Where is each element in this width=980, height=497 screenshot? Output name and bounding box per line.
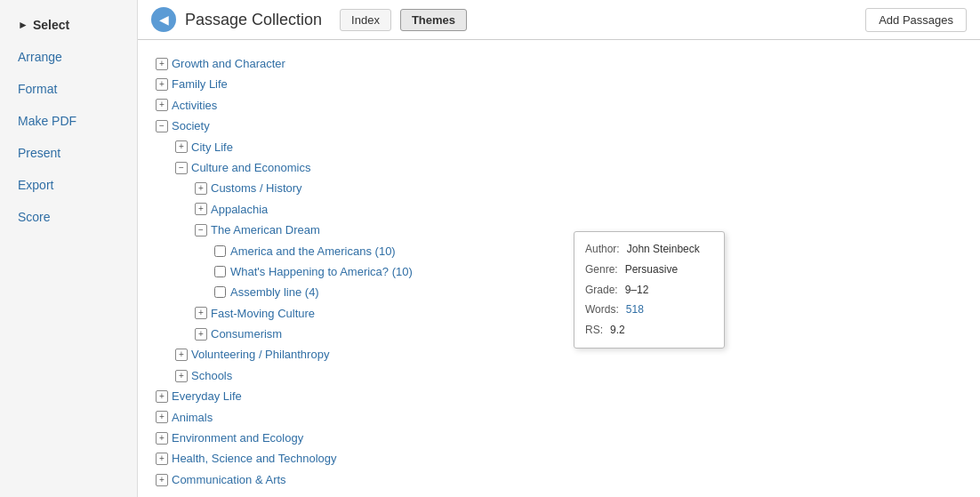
- tree-node-family: + Family Life: [156, 74, 962, 94]
- checkbox-label-whats-happening[interactable]: What's Happening to America? (10): [230, 261, 413, 282]
- tree-node-activities: + Activities: [156, 95, 962, 116]
- node-label-american-dream: The American Dream: [211, 220, 320, 240]
- sidebar-item-export[interactable]: Export: [0, 169, 137, 201]
- tooltip-genre-label: Genre:: [585, 260, 618, 280]
- expand-icon-environment[interactable]: +: [156, 432, 168, 445]
- tooltip-words-label: Words:: [585, 300, 619, 320]
- checkbox-label-assembly[interactable]: Assembly line (4): [230, 282, 319, 302]
- node-label-fast-moving: Fast-Moving Culture: [211, 303, 315, 324]
- tooltip-row-genre: Genre: Persuasive: [585, 260, 713, 280]
- node-label-appalachia: Appalachia: [211, 199, 268, 220]
- tree-row-society[interactable]: − Society: [156, 116, 962, 136]
- tree-row-activities[interactable]: + Activities: [156, 95, 962, 116]
- tree-row-schools[interactable]: + Schools: [175, 365, 962, 386]
- count-assembly: (4): [305, 285, 319, 299]
- select-arrow-icon: ►: [18, 19, 28, 31]
- expand-icon-schools[interactable]: +: [175, 370, 188, 382]
- expand-icon-american-dream[interactable]: −: [195, 224, 207, 236]
- tab-index[interactable]: Index: [340, 9, 391, 31]
- sidebar-item-make-pdf[interactable]: Make PDF: [0, 105, 137, 137]
- tree-row-everyday[interactable]: + Everyday Life: [156, 386, 962, 406]
- sidebar-item-select-label: Select: [33, 18, 69, 32]
- tree-node-animals: + Animals: [156, 407, 962, 428]
- sidebar-item-format-label: Format: [18, 82, 57, 96]
- tree-row-appalachia[interactable]: + Appalachia: [195, 199, 962, 220]
- page-title: Passage Collection: [185, 11, 322, 29]
- tree-node-environment: + Environment and Ecology: [156, 428, 962, 448]
- tree-row-culture[interactable]: − Culture and Economics: [175, 157, 962, 178]
- sidebar-item-make-pdf-label: Make PDF: [18, 114, 76, 128]
- node-label-customs: Customs / History: [211, 178, 302, 198]
- tree-row-family[interactable]: + Family Life: [156, 74, 962, 94]
- expand-icon-city-life[interactable]: +: [175, 140, 188, 153]
- tree-row-customs[interactable]: + Customs / History: [195, 178, 962, 198]
- node-label-city-life: City Life: [191, 137, 233, 157]
- sidebar-item-score[interactable]: Score: [0, 201, 137, 233]
- tooltip-row-grade: Grade: 9–12: [585, 280, 713, 301]
- checkbox-label-america[interactable]: America and the Americans (10): [230, 241, 396, 261]
- passage-tooltip: Author: John Steinbeck Genre: Persuasive…: [574, 231, 725, 349]
- sidebar-item-select[interactable]: ► Select: [0, 9, 137, 41]
- tree-row-volunteering[interactable]: + Volunteering / Philanthropy: [175, 344, 962, 365]
- tooltip-row-words: Words: 518: [585, 300, 713, 320]
- add-passages-button[interactable]: Add Passages: [865, 8, 967, 32]
- node-label-growth: Growth and Character: [172, 53, 285, 74]
- tree-node-growth: + Growth and Character: [156, 53, 962, 74]
- sidebar-item-format[interactable]: Format: [0, 73, 137, 105]
- expand-icon-culture[interactable]: −: [175, 162, 188, 174]
- expand-icon-fast-moving[interactable]: +: [195, 307, 207, 319]
- expand-icon-growth[interactable]: +: [156, 58, 168, 70]
- node-label-activities: Activities: [172, 95, 217, 116]
- tree-node-society: − Society + City Life −: [156, 116, 962, 386]
- expand-icon-customs[interactable]: +: [195, 182, 207, 195]
- sidebar-item-arrange-label: Arrange: [18, 50, 62, 64]
- expand-icon-family[interactable]: +: [156, 78, 168, 91]
- tooltip-grade-value: 9–12: [625, 280, 649, 301]
- tooltip-author-value: John Steinbeck: [627, 239, 700, 260]
- sidebar-item-present[interactable]: Present: [0, 137, 137, 169]
- tree-area: + Growth and Character + Family Life + A…: [138, 40, 980, 497]
- checkbox-whats-happening[interactable]: [214, 266, 226, 277]
- tab-themes[interactable]: Themes: [400, 9, 467, 31]
- expand-icon-health[interactable]: +: [156, 453, 168, 465]
- tree-row-health[interactable]: + Health, Science and Technology: [156, 448, 962, 469]
- back-arrow-icon: ◀: [159, 13, 169, 26]
- tooltip-genre-value: Persuasive: [625, 260, 678, 280]
- expand-icon-communication[interactable]: +: [156, 474, 168, 486]
- expand-icon-volunteering[interactable]: +: [175, 349, 188, 361]
- expand-icon-activities[interactable]: +: [156, 99, 168, 111]
- tooltip-row-rs: RS: 9.2: [585, 320, 713, 341]
- expand-icon-animals[interactable]: +: [156, 411, 168, 423]
- main-content: ◀ Passage Collection Index Themes Add Pa…: [138, 0, 980, 497]
- app-container: ► Select Arrange Format Make PDF Present…: [0, 0, 980, 497]
- tree-node-culture: − Culture and Economics + Customs / Hist…: [175, 157, 962, 345]
- sidebar-item-arrange[interactable]: Arrange: [0, 41, 137, 73]
- sidebar: ► Select Arrange Format Make PDF Present…: [0, 0, 138, 497]
- tree-node-communication: + Communication & Arts: [156, 469, 962, 490]
- node-label-consumerism: Consumerism: [211, 324, 282, 344]
- node-label-everyday: Everyday Life: [172, 386, 242, 406]
- tree-row-growth[interactable]: + Growth and Character: [156, 53, 962, 74]
- node-label-schools: Schools: [191, 365, 232, 386]
- expand-icon-appalachia[interactable]: +: [195, 203, 207, 215]
- checkbox-america[interactable]: [214, 245, 226, 257]
- tree-row-animals[interactable]: + Animals: [156, 407, 962, 428]
- sidebar-item-export-label: Export: [18, 178, 53, 192]
- node-label-environment: Environment and Ecology: [172, 428, 303, 448]
- back-button[interactable]: ◀: [151, 7, 176, 32]
- expand-icon-everyday[interactable]: +: [156, 390, 168, 403]
- count-america: (10): [375, 244, 396, 258]
- tree-row-communication[interactable]: + Communication & Arts: [156, 469, 962, 490]
- checkbox-assembly[interactable]: [214, 286, 226, 298]
- node-label-communication: Communication & Arts: [172, 469, 286, 490]
- header: ◀ Passage Collection Index Themes Add Pa…: [138, 0, 980, 40]
- node-label-volunteering: Volunteering / Philanthropy: [191, 344, 329, 365]
- tree-node-health: + Health, Science and Technology: [156, 448, 962, 469]
- tooltip-author-label: Author:: [585, 239, 620, 260]
- tree-node-schools: + Schools: [175, 365, 962, 386]
- tree-row-city-life[interactable]: + City Life: [175, 137, 962, 157]
- expand-icon-consumerism[interactable]: +: [195, 328, 207, 341]
- tree-row-environment[interactable]: + Environment and Ecology: [156, 428, 962, 448]
- tree-node-volunteering: + Volunteering / Philanthropy: [175, 344, 962, 365]
- expand-icon-society[interactable]: −: [156, 120, 168, 132]
